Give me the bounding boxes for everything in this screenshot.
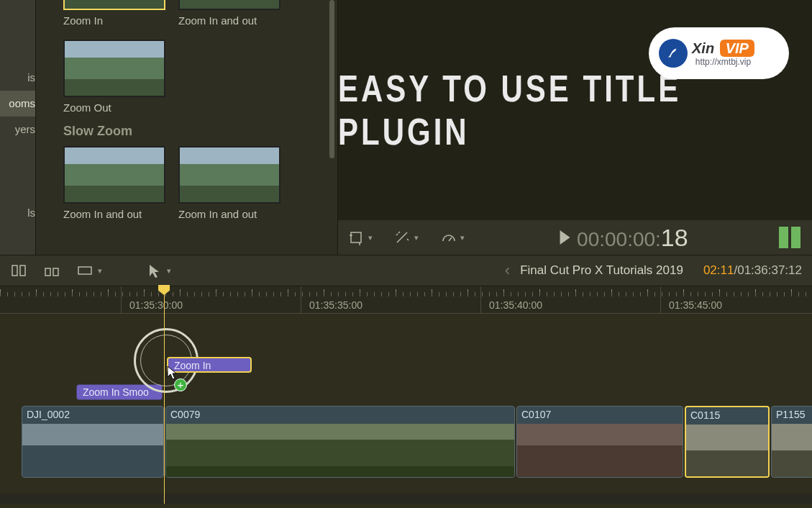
- speedometer-icon: [440, 230, 456, 245]
- timeline-duration: 01:36:37:12: [737, 263, 802, 278]
- timeline-current-time: 02:11: [703, 263, 734, 278]
- index-icon: [10, 263, 29, 278]
- ruler-time-label: 01:35:35:00: [309, 299, 362, 311]
- timeline-appearance-button[interactable]: [43, 263, 62, 278]
- effect-thumbnail[interactable]: [178, 146, 280, 204]
- effect-thumb-item[interactable]: Zoom In and out: [63, 146, 165, 220]
- clip-name-label: C0079: [170, 409, 200, 420]
- watermark-logo-icon: [659, 39, 688, 68]
- title-clip-label: Zoom In Smoo: [83, 386, 149, 398]
- chevron-down-icon: ▾: [98, 266, 102, 276]
- ruler-time-label: 01:35:30:00: [129, 299, 183, 311]
- viewer-overlay-title: EASY TO USE TITLE PLUGIN: [338, 67, 812, 153]
- crop-icon: [348, 230, 364, 245]
- playhead[interactable]: [164, 286, 165, 504]
- project-name[interactable]: Final Cut Pro X Tutorials 2019: [520, 263, 683, 278]
- mouse-cursor-icon: [167, 366, 177, 380]
- clip-filmstrip: [772, 424, 812, 477]
- transform-tool-button[interactable]: ▾: [348, 230, 373, 245]
- sidebar-category[interactable]: yers: [0, 117, 35, 142]
- browser-scrollbar[interactable]: [329, 0, 334, 158]
- svg-rect-0: [351, 232, 361, 242]
- watermark-badge: Xin VIP http://xmtbj.vip: [649, 27, 789, 79]
- timecode-main: 00:00:00:: [577, 228, 661, 250]
- video-clip[interactable]: C0107: [516, 406, 683, 478]
- effect-label: Zoom In and out: [178, 204, 280, 220]
- ruler-ticks: [0, 286, 812, 296]
- effects-browser: Zoom In Zoom In and out Zoom Out Slow Zo…: [36, 0, 338, 255]
- play-icon[interactable]: [560, 230, 570, 245]
- svg-rect-3: [45, 268, 50, 276]
- clip-filmstrip: [517, 424, 683, 477]
- primary-storyline[interactable]: DJI_0002C0079C0107C0115P1155: [22, 406, 812, 478]
- effect-thumb-item[interactable]: Zoom In and out: [178, 0, 280, 27]
- clip-name-label: C0107: [521, 409, 551, 420]
- sidebar-category[interactable]: is: [0, 65, 35, 91]
- effect-label: Zoom In and out: [178, 10, 280, 27]
- svg-rect-4: [53, 268, 58, 276]
- video-clip[interactable]: C0115: [685, 406, 770, 478]
- effect-thumbnail[interactable]: [63, 40, 165, 97]
- timeline-body[interactable]: Zoom In Zoom In Smoo + DJI_0002C0079C010…: [0, 314, 812, 504]
- timeline-ruler[interactable]: 01:35:30:0001:35:35:0001:35:40:0001:35:4…: [0, 286, 812, 314]
- chevron-down-icon: ▾: [167, 266, 171, 276]
- clip-name-label: C0115: [690, 409, 720, 421]
- retime-tool-button[interactable]: ▾: [440, 230, 465, 245]
- clip-filmstrip: [22, 424, 163, 477]
- svg-rect-2: [20, 266, 25, 276]
- effect-label: Zoom Out: [63, 97, 165, 114]
- add-cursor-badge-icon: +: [174, 378, 187, 391]
- viewer-toolbar: ▾ ▾ ▾ 00:00:00:18: [338, 220, 812, 255]
- timeline-footer: [0, 494, 812, 504]
- watermark-title: Xin VIP: [692, 40, 754, 57]
- ruler-time-label: 01:35:40:00: [489, 299, 542, 311]
- effect-thumb-item[interactable]: Zoom Out: [63, 40, 165, 114]
- browser-section-title: Slow Zoom: [63, 114, 322, 146]
- timeline-history-back-button[interactable]: ‹: [505, 261, 510, 280]
- effect-thumbnail[interactable]: [178, 0, 280, 10]
- viewer-timecode: 00:00:00:18: [560, 224, 688, 252]
- svg-rect-1: [12, 266, 17, 276]
- effect-thumb-item[interactable]: Zoom In and out: [178, 146, 280, 220]
- timeline-index-button[interactable]: [10, 263, 29, 278]
- timeline-clip-appearance-button[interactable]: ▾: [76, 263, 102, 278]
- appearance-icon: [43, 263, 62, 278]
- arrow-cursor-icon: [145, 263, 164, 278]
- effects-sidebar: is ooms yers ls: [0, 0, 36, 255]
- clip-filmstrip: [686, 425, 768, 476]
- chevron-down-icon: ▾: [460, 233, 465, 242]
- ruler-time-label: 01:35:45:00: [669, 299, 722, 311]
- effect-thumbnail-selected[interactable]: [63, 0, 165, 10]
- video-clip[interactable]: P1155: [771, 406, 812, 478]
- effect-thumb-item[interactable]: Zoom In: [63, 0, 165, 27]
- timeline-header: ▾ ▾ ‹ Final Cut Pro X Tutorials 2019 02:…: [0, 255, 812, 286]
- audio-meter[interactable]: [779, 227, 800, 248]
- clip-filmstrip: [166, 424, 514, 477]
- effect-thumbnail[interactable]: [63, 146, 165, 204]
- video-clip[interactable]: C0079: [165, 406, 515, 478]
- clip-name-label: P1155: [776, 409, 805, 420]
- dragging-title-clip[interactable]: Zoom In: [167, 357, 252, 373]
- watermark-url: http://xmtbj.vip: [692, 57, 754, 67]
- svg-rect-5: [78, 267, 91, 274]
- enhancement-tool-button[interactable]: ▾: [394, 230, 419, 245]
- wand-icon: [394, 230, 410, 245]
- timeline-select-tool[interactable]: ▾: [145, 263, 171, 278]
- chevron-down-icon: ▾: [368, 233, 373, 242]
- chevron-down-icon: ▾: [414, 233, 419, 242]
- sidebar-category-active[interactable]: ooms: [0, 91, 35, 117]
- dragging-title-label: Zoom In: [174, 360, 211, 371]
- effect-label: Zoom In and out: [63, 204, 165, 220]
- clip-name-label: DJI_0002: [27, 409, 70, 420]
- timecode-frames: 18: [661, 224, 688, 251]
- clip-appearance-icon: [76, 263, 95, 278]
- sidebar-category[interactable]: ls: [0, 200, 35, 226]
- video-clip[interactable]: DJI_0002: [22, 406, 164, 478]
- effect-label: Zoom In: [63, 10, 165, 27]
